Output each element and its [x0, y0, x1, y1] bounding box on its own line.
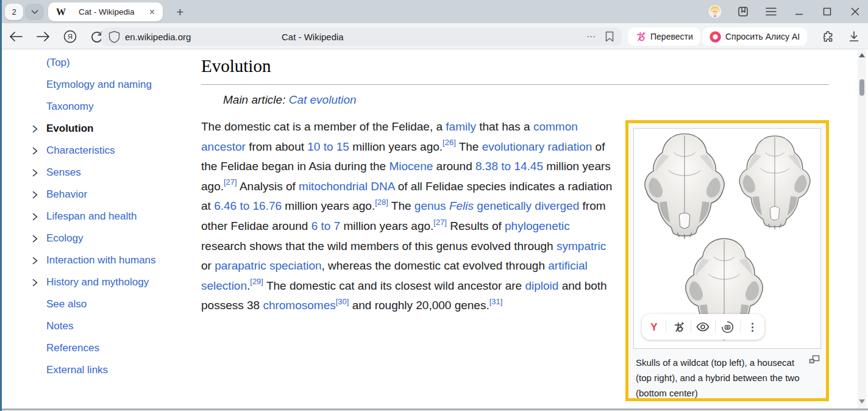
hatnote: Main article: Cat evolution: [223, 93, 829, 107]
wiki-link[interactable]: diploid: [525, 279, 558, 292]
reference-link[interactable]: [26]: [443, 138, 456, 147]
downloads-button[interactable]: [846, 29, 862, 45]
wiki-link[interactable]: mitochondrial DNA: [299, 180, 394, 193]
profile-avatar[interactable]: [708, 5, 722, 18]
bookmarks-panel-button[interactable]: [736, 5, 750, 18]
chevron-right-icon[interactable]: [32, 213, 46, 221]
sidebar-item[interactable]: Evolution: [24, 118, 201, 140]
reference-link[interactable]: [30]: [336, 297, 349, 306]
sidebar-item-label: External links: [46, 364, 108, 376]
hatnote-link[interactable]: Cat evolution: [289, 93, 357, 106]
close-window-button[interactable]: [848, 5, 862, 18]
chevron-right-icon[interactable]: [32, 257, 46, 265]
back-button[interactable]: [8, 29, 24, 45]
tab-list-dropdown-button[interactable]: [25, 4, 44, 20]
wiki-link[interactable]: 8.38 to 14.45: [475, 160, 543, 173]
alice-logo-icon: [710, 31, 721, 43]
maximize-window-button[interactable]: [820, 5, 834, 18]
chevron-right-icon[interactable]: [32, 279, 46, 287]
maximize-icon: [823, 7, 831, 16]
sidebar-item[interactable]: Notes: [24, 315, 201, 337]
translate-image-button[interactable]: [671, 320, 686, 334]
reference-link[interactable]: [29]: [250, 277, 263, 286]
tab-cat-wikipedia[interactable]: W Cat - Wikipedia ×: [48, 2, 163, 21]
wiki-link[interactable]: phylogenetic: [505, 220, 570, 232]
eye-icon: [696, 322, 710, 332]
browser-menu-button[interactable]: [764, 5, 778, 18]
forward-button[interactable]: [35, 29, 51, 45]
paragraph-text: research shows that the wild members of …: [201, 240, 557, 252]
wiki-link[interactable]: Miocene: [389, 160, 433, 173]
wiki-link[interactable]: 10 to 15: [307, 140, 349, 153]
translate-label: Перевести: [650, 32, 693, 41]
skulls-image[interactable]: Y: [633, 128, 821, 349]
sidebar-item[interactable]: Ecology: [24, 227, 201, 249]
paragraph-text: around: [433, 160, 475, 173]
chevron-right-icon[interactable]: [32, 169, 46, 177]
reference-link[interactable]: [31]: [489, 297, 503, 306]
sidebar-item[interactable]: Lifespan and health: [24, 206, 201, 227]
reference-link[interactable]: [28]: [375, 198, 388, 207]
chevron-right-icon[interactable]: [32, 147, 46, 155]
site-more-options-button[interactable]: ⋯: [586, 31, 596, 42]
address-bar-page-title: Cat - Wikipedia: [282, 32, 344, 42]
reference-link[interactable]: [27]: [224, 177, 237, 187]
toolbar-divider: [715, 321, 716, 333]
wikipedia-favicon: W: [56, 7, 66, 18]
sidebar-item[interactable]: See also: [24, 293, 201, 315]
sidebar-item[interactable]: Interaction with humans: [24, 249, 201, 271]
avatar-icon: [708, 4, 722, 20]
sidebar-item[interactable]: History and mythology: [24, 271, 201, 293]
sidebar-item[interactable]: Taxonomy: [24, 96, 201, 118]
wiki-link[interactable]: genus: [414, 199, 446, 212]
ask-alice-button[interactable]: Спросить Алису AI: [702, 27, 807, 46]
wiki-link[interactable]: evolutionary radiation: [482, 140, 592, 153]
minimize-window-button[interactable]: [792, 5, 806, 18]
sidebar-item[interactable]: Characteristics: [24, 140, 201, 162]
scroll-up-arrow[interactable]: [859, 53, 865, 57]
sidebar-item[interactable]: References: [24, 337, 201, 359]
translate-button[interactable]: Перевести: [628, 27, 700, 46]
wiki-link[interactable]: parapatric speciation: [215, 259, 321, 272]
wiki-link[interactable]: sympatric: [557, 240, 606, 252]
new-tab-button[interactable]: +: [171, 3, 189, 21]
vertical-scrollbar[interactable]: [858, 50, 866, 409]
visual-search-button[interactable]: [720, 320, 735, 334]
yandex-y-icon: Y: [648, 321, 660, 333]
chevron-right-icon[interactable]: [32, 125, 46, 133]
scroll-down-arrow[interactable]: [859, 399, 865, 404]
wiki-link[interactable]: genetically diverged: [477, 199, 579, 212]
figure-skulls[interactable]: Y: [625, 120, 829, 401]
wiki-link[interactable]: Felis: [449, 199, 474, 212]
tab-counter-button[interactable]: 2: [5, 4, 23, 20]
wiki-link[interactable]: chromosomes: [263, 299, 335, 312]
address-bar[interactable]: en.wikipedia.org Cat - Wikipedia ⋯: [101, 27, 622, 46]
wiki-link[interactable]: family: [446, 120, 476, 133]
paragraph-text: million years ago.: [340, 220, 433, 232]
view-image-button[interactable]: [695, 320, 710, 334]
sidebar-item[interactable]: Senses: [24, 162, 201, 184]
sidebar-item[interactable]: Etymology and naming: [24, 74, 201, 96]
sidebar-item[interactable]: External links: [24, 359, 201, 381]
paragraph-text: million years ago.: [282, 199, 375, 212]
tab-close-icon[interactable]: ×: [148, 6, 157, 18]
yandex-search-button[interactable]: Я: [62, 29, 78, 45]
translate-icon: [635, 31, 646, 42]
enlarge-image-button[interactable]: [809, 354, 820, 364]
sidebar-item[interactable]: Behavior: [24, 184, 201, 206]
scrollbar-thumb[interactable]: [859, 79, 864, 96]
sidebar-item-label: Senses: [46, 166, 81, 179]
wiki-link[interactable]: 6.46 to 16.76: [214, 199, 282, 212]
image-more-options-button[interactable]: ⋮: [745, 320, 760, 334]
chevron-right-icon[interactable]: [32, 191, 46, 199]
close-icon: [851, 7, 859, 16]
extensions-button[interactable]: [820, 29, 836, 45]
yandex-image-search-button[interactable]: Y: [647, 320, 661, 334]
reference-link[interactable]: [27]: [433, 218, 447, 227]
add-bookmark-icon[interactable]: [605, 31, 614, 42]
back-arrow-icon: [9, 31, 23, 42]
paragraph-text: from about: [246, 140, 307, 153]
chevron-right-icon[interactable]: [32, 235, 46, 243]
sidebar-item[interactable]: (Top): [24, 52, 201, 74]
wiki-link[interactable]: 6 to 7: [311, 220, 341, 232]
